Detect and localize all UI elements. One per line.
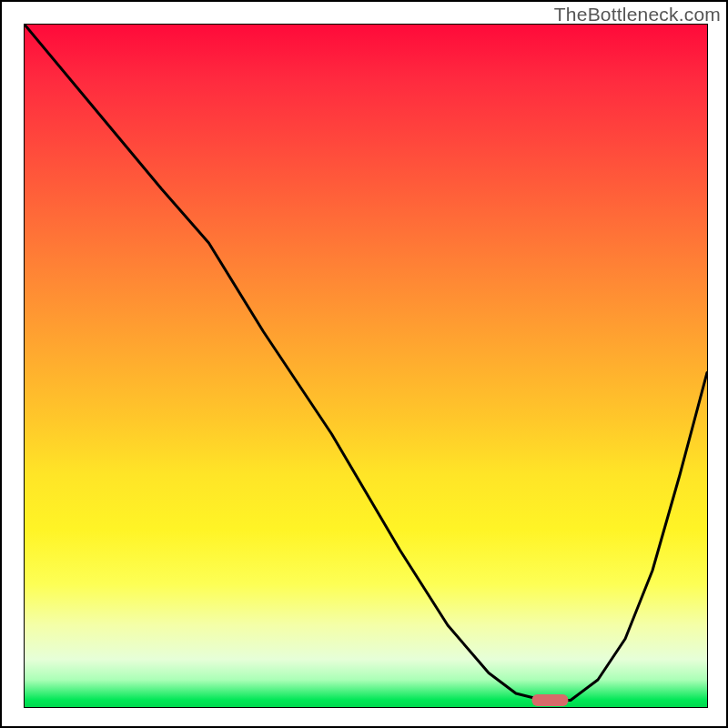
watermark-text: TheBottleneck.com [554,4,721,25]
optimal-marker [532,694,569,706]
curve-svg [25,25,707,707]
plot-area [24,24,708,708]
bottleneck-curve [25,25,707,701]
chart-frame: TheBottleneck.com [0,0,728,728]
